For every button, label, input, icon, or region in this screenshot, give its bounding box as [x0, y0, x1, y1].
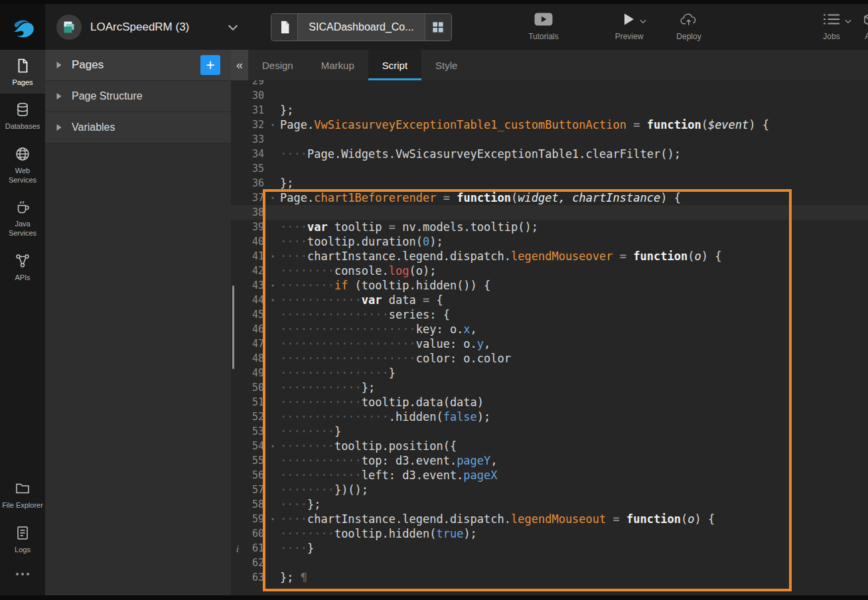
code-text: }; [279, 176, 868, 190]
panel-section-variables[interactable]: Variables [45, 112, 231, 143]
fold-toggle-icon[interactable]: ▾ [267, 293, 279, 307]
tab-design[interactable]: Design [248, 50, 307, 80]
sidebar-item-pages[interactable]: Pages [0, 50, 45, 94]
code-line-46[interactable]: 46····················key: o.x, [231, 322, 868, 337]
code-text [279, 556, 868, 570]
fold-toggle-icon[interactable]: ▾ [267, 249, 279, 263]
sidebar-item-logs[interactable]: Logs [0, 517, 45, 561]
window-top-edge [0, 0, 868, 4]
code-line-41[interactable]: 41▾····chartInstance.legend.dispatch.leg… [231, 249, 868, 263]
artifacts-button[interactable]: Art [853, 13, 868, 41]
code-line-50[interactable]: 50············}; [231, 380, 868, 395]
panel-section-pages[interactable]: Pages+ [45, 50, 231, 81]
line-number: 55 [231, 453, 267, 468]
tab-style[interactable]: Style [421, 50, 471, 80]
line-number: 58 [231, 497, 267, 512]
code-text: }; [279, 103, 868, 117]
sidebar-item-label: File Explorer [2, 500, 43, 510]
code-line-52[interactable]: 52················.hidden(false); [231, 410, 868, 424]
fold-gutter [267, 483, 279, 497]
api-icon [15, 253, 31, 269]
code-line-58[interactable]: 58····}; [231, 497, 868, 512]
code-line-36[interactable]: 36}; [231, 176, 868, 190]
tab-script[interactable]: Script [368, 50, 421, 80]
code-line-37[interactable]: 37▾Page.chart1Beforerender = function(wi… [231, 190, 868, 205]
code-line-44[interactable]: 44▾············var data = { [231, 293, 868, 307]
fold-gutter [267, 424, 279, 439]
jobs-button[interactable]: Jobs [814, 13, 849, 41]
code-line-49[interactable]: 49················} [231, 366, 868, 380]
fold-gutter [267, 395, 279, 410]
artifacts-icon-wrap [863, 13, 868, 27]
code-line-39[interactable]: 39····var tooltip = nv.models.tooltip(); [231, 220, 868, 234]
project-selector[interactable]: LOArcSpeedRM (3) [56, 15, 240, 40]
code-line-35[interactable]: 35 [231, 161, 868, 176]
grid-icon[interactable] [425, 14, 451, 40]
code-line-33[interactable]: 33 [231, 132, 868, 147]
fold-gutter [267, 337, 279, 351]
code-line-31[interactable]: 31}; [231, 103, 868, 117]
code-line-60[interactable]: 60········tooltip.hidden(true); [231, 526, 868, 541]
code-text: ········if (tooltip.hidden()) { [279, 278, 868, 293]
code-text: }; ¶ [279, 570, 868, 585]
code-line-59[interactable]: 59▾····chartInstance.legend.dispatch.leg… [231, 512, 868, 526]
code-line-32[interactable]: 32▾Page.VwSicasurveyExceptionTable1_cust… [231, 117, 868, 132]
code-line-42[interactable]: 42········console.log(o); [231, 263, 868, 278]
sidebar-item-apis[interactable]: APIs [0, 245, 45, 289]
chevron-down-icon[interactable] [226, 20, 240, 35]
code-line-43[interactable]: 43▾········if (tooltip.hidden()) { [231, 278, 868, 293]
database-icon [15, 102, 31, 117]
fold-toggle-icon[interactable]: ▾ [267, 512, 279, 526]
fold-toggle-icon[interactable]: ▾ [267, 439, 279, 453]
topbar: LOArcSpeedRM (3) SICADashboard_Co... Tut… [0, 4, 868, 50]
code-text [279, 161, 868, 176]
code-editor[interactable]: 293031};32▾Page.VwSicasurveyExceptionTab… [231, 80, 868, 600]
code-line-56[interactable]: 56············left: d3.event.pageX [231, 468, 868, 483]
sidebar-item-databases[interactable]: Databases [0, 94, 45, 137]
code-line-54[interactable]: 54▾········tooltip.position({ [231, 439, 868, 453]
deploy-button[interactable]: Deploy [668, 13, 709, 41]
add-page-button[interactable]: + [200, 55, 220, 75]
preview-button[interactable]: Preview [609, 13, 650, 41]
tutorials-button[interactable]: Tutorials [522, 13, 565, 41]
code-line-47[interactable]: 47····················value: o.y, [231, 337, 868, 351]
code-line-38[interactable]: 38 [231, 205, 868, 220]
line-number: 38 [231, 205, 267, 220]
code-text: ············tooltip.data(data) [279, 395, 868, 410]
code-line-53[interactable]: 53········} [231, 424, 868, 439]
code-line-63[interactable]: 63}; ¶ [231, 570, 868, 585]
page-tab[interactable]: SICADashboard_Co... [271, 13, 451, 41]
fold-toggle-icon[interactable]: ▾ [267, 117, 279, 132]
code-line-45[interactable]: 45················series: { [231, 307, 868, 322]
code-line-61[interactable]: i61····} [231, 541, 868, 556]
line-number: 49 [231, 366, 267, 380]
code-line-57[interactable]: 57········})(); [231, 483, 868, 497]
code-line-34[interactable]: 34····Page.Widgets.VwSicasurveyException… [231, 147, 868, 161]
sidebar-top-group: PagesDatabasesWeb ServicesJava ServicesA… [0, 50, 45, 289]
line-number: 45 [231, 307, 267, 322]
collapse-panel-button[interactable]: « [231, 50, 248, 80]
wavemaker-studio-window: LOArcSpeedRM (3) SICADashboard_Co... Tut… [0, 0, 868, 600]
sidebar-item-web-services[interactable]: Web Services [0, 138, 45, 192]
tab-markup[interactable]: Markup [307, 50, 368, 80]
sidebar: PagesDatabasesWeb ServicesJava ServicesA… [0, 50, 45, 595]
code-line-48[interactable]: 48····················color: o.color [231, 351, 868, 366]
fold-toggle-icon[interactable]: ▾ [267, 190, 279, 205]
code-line-51[interactable]: 51············tooltip.data(data) [231, 395, 868, 410]
line-number: 57 [231, 483, 267, 497]
fold-toggle-icon[interactable]: ▾ [267, 278, 279, 293]
code-line-29[interactable]: 29 [231, 80, 868, 88]
sidebar-item-java-services[interactable]: Java Services [0, 191, 45, 245]
panel-scrollbar-thumb[interactable] [232, 285, 234, 369]
code-line-30[interactable]: 30 [231, 88, 868, 103]
sidebar-item-file-explorer[interactable]: File Explorer [0, 473, 45, 516]
wavemaker-logo[interactable] [0, 4, 45, 50]
sidebar-item-more[interactable] [0, 561, 45, 595]
code-text: ····chartInstance.legend.dispatch.legend… [279, 512, 868, 526]
code-line-40[interactable]: 40····tooltip.duration(0); [231, 234, 868, 249]
code-line-62[interactable]: 62 [231, 556, 868, 570]
code-line-55[interactable]: 55············top: d3.event.pageY, [231, 453, 868, 468]
fold-gutter [267, 556, 279, 570]
fold-gutter [267, 380, 279, 395]
panel-section-page-structure[interactable]: Page Structure [45, 81, 231, 112]
